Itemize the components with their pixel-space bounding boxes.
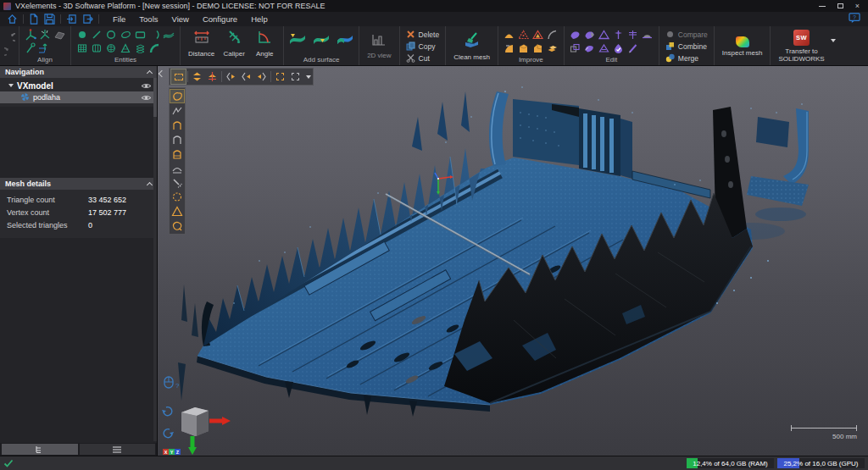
brush-selection-icon[interactable]	[170, 176, 184, 189]
improve-patch2-icon[interactable]	[531, 41, 545, 54]
entity-spline-icon[interactable]	[162, 28, 175, 41]
edit-triangle-icon[interactable]	[598, 28, 611, 41]
3d-mesh-scan[interactable]	[158, 66, 868, 456]
menu-view[interactable]: View	[172, 14, 189, 24]
improve-fill-partial-icon[interactable]	[503, 41, 516, 54]
edit-plane-cut-icon[interactable]	[612, 28, 626, 41]
tree-view-toggle[interactable]	[2, 444, 78, 455]
menu-tools[interactable]: Tools	[139, 14, 158, 24]
improve-fill-hole-icon[interactable]	[503, 28, 516, 41]
collapse-navigation-icon[interactable]	[147, 69, 153, 75]
new-session-icon[interactable]	[29, 14, 39, 25]
add-surface-auto-icon[interactable]	[288, 31, 307, 49]
entity-ellipse-icon[interactable]	[119, 28, 132, 41]
transfer-dropdown-icon[interactable]	[831, 39, 836, 42]
align-pin-icon[interactable]	[24, 41, 37, 54]
edit-pen-icon[interactable]	[626, 41, 640, 54]
entity-sphere-icon[interactable]	[104, 41, 118, 54]
edit-align-axis-icon[interactable]	[626, 28, 640, 41]
entity-cone-icon[interactable]	[119, 41, 132, 54]
align-axis-plane-icon[interactable]	[38, 41, 52, 54]
align-entities-icon[interactable]	[38, 28, 52, 41]
edit-duplicate-icon[interactable]	[569, 41, 582, 54]
edit-extract-icon[interactable]	[583, 41, 597, 54]
edit-dome-icon[interactable]	[641, 28, 654, 41]
chat-help-icon[interactable]: ?	[849, 12, 861, 27]
maximize-icon[interactable]	[837, 3, 843, 8]
polyline-selection-icon[interactable]	[170, 104, 184, 117]
tree-item-podlaha[interactable]: podlaha	[0, 91, 157, 103]
expander-icon[interactable]	[8, 84, 14, 87]
mesh-details-panel-header[interactable]: Mesh details	[0, 178, 157, 190]
improve-spikes-icon[interactable]	[531, 28, 545, 41]
undo-icon[interactable]	[3, 32, 16, 45]
distance-button[interactable]: Distance	[185, 28, 218, 64]
select-through-icon[interactable]	[190, 69, 204, 84]
plane-selection-icon[interactable]	[170, 147, 184, 160]
edit-group-label: Edit	[605, 56, 617, 64]
clean-mesh-button[interactable]: Clean mesh	[450, 30, 493, 63]
select-visible-icon[interactable]	[205, 69, 220, 84]
entity-plane-grid-icon[interactable]	[75, 41, 89, 54]
selection-mode-icon[interactable]	[273, 69, 287, 84]
entity-slot-grid-icon[interactable]	[90, 41, 103, 54]
align-plane-icon[interactable]	[53, 28, 66, 41]
selection-dropdown-icon[interactable]	[306, 75, 311, 79]
improve-defect-triangles-icon[interactable]	[517, 28, 531, 41]
visibility-eye-icon[interactable]	[141, 82, 153, 90]
angle-button[interactable]: Angle	[250, 28, 279, 64]
circle-selection-icon[interactable]	[170, 191, 184, 203]
sidebar-scrollbar[interactable]	[153, 78, 157, 441]
entity-circle-icon[interactable]	[104, 28, 118, 41]
entity-elbow-icon[interactable]	[147, 41, 161, 54]
edit-surface-partial-icon[interactable]	[583, 28, 597, 41]
menu-configure[interactable]: Configure	[203, 14, 237, 24]
improve-smooth-icon[interactable]	[546, 41, 559, 54]
collapse-mesh-details-icon[interactable]	[147, 181, 153, 187]
shrink-selection-icon[interactable]	[239, 69, 253, 84]
triangle-selection-icon[interactable]	[170, 205, 184, 218]
freeform-selection-icon[interactable]	[170, 90, 184, 102]
entity-line-icon[interactable]	[90, 28, 103, 41]
inspect-mesh-button[interactable]: Inspect mesh	[719, 35, 766, 58]
backface-selection-icon[interactable]	[170, 133, 184, 146]
transfer-solidworks-button[interactable]: SW Transfer toSOLIDWORKS	[775, 28, 827, 64]
add-surface-resume-icon[interactable]	[336, 31, 354, 49]
blob-selection-icon[interactable]	[170, 219, 184, 232]
navigation-panel-header[interactable]: Navigation	[0, 66, 157, 78]
improve-patch-icon[interactable]	[517, 41, 531, 54]
improve-boundary-icon[interactable]	[546, 28, 559, 41]
3d-viewport[interactable]: ?	[158, 66, 868, 456]
rectangle-selection-icon[interactable]	[171, 69, 186, 84]
entity-point-icon[interactable]	[75, 28, 89, 41]
close-icon[interactable]: ×	[855, 3, 860, 10]
2d-view-button[interactable]: 2D view	[364, 31, 394, 61]
menu-help[interactable]: Help	[251, 14, 268, 24]
add-surface-manual-icon[interactable]	[312, 31, 331, 49]
list-view-toggle[interactable]	[80, 444, 156, 455]
menu-file[interactable]: File	[113, 14, 125, 24]
entity-rectangle-icon[interactable]	[133, 28, 147, 41]
caliper-button[interactable]: Caliper	[220, 28, 248, 64]
home-icon[interactable]	[7, 14, 18, 25]
edit-validate-icon[interactable]	[612, 41, 626, 54]
visibility-eye-icon[interactable]	[141, 94, 153, 102]
connected-selection-icon[interactable]	[170, 119, 184, 131]
edit-decimate-icon[interactable]	[598, 41, 611, 54]
cut-button[interactable]: Cut	[406, 53, 440, 64]
minimize-icon[interactable]	[819, 6, 826, 7]
entity-planes-stack-icon[interactable]	[133, 41, 147, 54]
next-selection-icon[interactable]	[254, 69, 269, 84]
merge-button[interactable]: Merge	[665, 53, 708, 64]
edit-surface-icon[interactable]	[569, 28, 582, 41]
save-session-icon[interactable]	[44, 14, 55, 25]
solidworks-icon: SW	[793, 30, 810, 46]
grow-selection-icon[interactable]	[224, 69, 238, 84]
export-session-icon[interactable]	[82, 14, 93, 25]
redo-icon[interactable]	[3, 47, 16, 59]
import-session-icon[interactable]	[66, 14, 77, 25]
entity-arc-icon[interactable]	[147, 28, 161, 41]
selection-mode-alt-icon[interactable]	[288, 69, 303, 84]
align-origin-icon[interactable]	[24, 28, 37, 41]
boundary-selection-icon[interactable]	[170, 162, 184, 174]
